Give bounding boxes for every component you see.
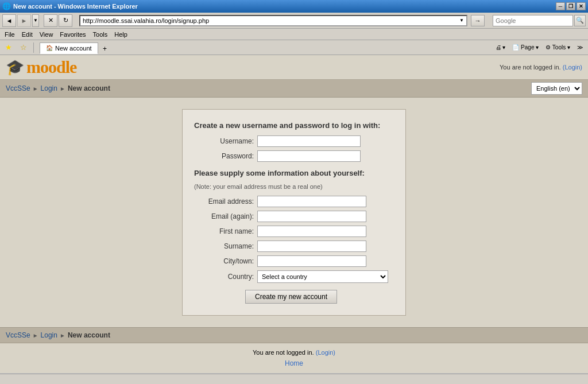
- footer-arrow-1: ►: [33, 332, 38, 339]
- main-content: Create a new username and password to lo…: [0, 98, 588, 327]
- breadcrumb-arrow-1: ►: [33, 86, 38, 92]
- footer-site-link[interactable]: VccSSe: [6, 331, 30, 339]
- navigation-bar: ◄ ► ▼ ✕ ↻ http://moodle.ssai.valahia.ro/…: [0, 13, 588, 29]
- search-input[interactable]: [493, 15, 573, 26]
- menu-help[interactable]: Help: [111, 30, 131, 39]
- menu-file[interactable]: File: [1, 30, 18, 39]
- favorites-star-button[interactable]: ★: [2, 41, 15, 54]
- address-text: http://moodle.ssai.valahia.ro/login/sign…: [83, 17, 209, 24]
- print-button[interactable]: 🖨 ▾: [493, 41, 509, 54]
- breadcrumb-bar: VccSSe ► Login ► New account English (en…: [0, 80, 588, 98]
- section2-title: Please supply some information about you…: [194, 169, 388, 177]
- toolbar-separator: [33, 42, 34, 53]
- logo-text: moodle: [26, 57, 76, 77]
- restore-button[interactable]: ❐: [566, 2, 575, 10]
- username-input[interactable]: [257, 135, 361, 147]
- toolbar-right: 🖨 ▾ 📄 Page ▾ ⚙ Tools ▾ ≫: [493, 41, 586, 54]
- footer-login-action-link[interactable]: (Login): [316, 349, 335, 356]
- add-favorites-button[interactable]: ☆: [17, 41, 30, 54]
- toolbar-bar: ★ ☆ 🏠 New account + 🖨 ▾ 📄 Page ▾ ⚙ Tools…: [0, 40, 588, 55]
- surname-input[interactable]: [257, 241, 366, 252]
- header-login-link[interactable]: (Login): [563, 64, 582, 71]
- forward-button[interactable]: ►: [17, 14, 31, 27]
- password-row: Password:: [194, 150, 388, 162]
- firstname-row: First name:: [194, 226, 388, 237]
- username-row: Username:: [194, 135, 388, 147]
- breadcrumb-left: VccSSe ► Login ► New account: [6, 84, 110, 92]
- favorites-star-icon: ★: [5, 43, 12, 52]
- title-bar: 🌐 New account - Windows Internet Explore…: [0, 0, 588, 13]
- footer-login-link[interactable]: Login: [41, 331, 57, 339]
- page-background: 🎓 moodle You are not logged in. (Login) …: [0, 55, 588, 373]
- address-dropdown-icon[interactable]: ▼: [459, 18, 464, 23]
- menu-bar: File Edit View Favorites Tools Help: [0, 29, 588, 40]
- logo-hat-icon: 🎓: [6, 59, 24, 76]
- email-again-row: Email (again):: [194, 211, 388, 222]
- firstname-input[interactable]: [257, 226, 366, 237]
- menu-favorites[interactable]: Favorites: [56, 30, 89, 39]
- email-input[interactable]: [257, 196, 366, 207]
- header-login-status: You are not logged in. (Login): [500, 64, 582, 71]
- back-button[interactable]: ◄: [2, 14, 16, 27]
- page-button[interactable]: 📄 Page ▾: [509, 41, 541, 54]
- language-select[interactable]: English (en): [531, 82, 582, 95]
- footer-home-link[interactable]: Home: [6, 359, 582, 367]
- add-favorites-icon: ☆: [20, 43, 27, 52]
- password-input[interactable]: [257, 150, 361, 162]
- surname-label: Surname:: [194, 242, 257, 250]
- surname-row: Surname:: [194, 241, 388, 252]
- create-account-button[interactable]: Create my new account: [245, 290, 337, 304]
- minimize-button[interactable]: ─: [556, 2, 565, 10]
- address-bar: http://moodle.ssai.valahia.ro/login/sign…: [79, 15, 467, 26]
- close-button[interactable]: ✕: [577, 2, 586, 10]
- menu-view[interactable]: View: [36, 30, 57, 39]
- moodle-header: 🎓 moodle You are not logged in. (Login): [0, 55, 588, 80]
- breadcrumb-login-link[interactable]: Login: [41, 84, 57, 92]
- new-tab-button[interactable]: +: [99, 44, 111, 54]
- country-label: Country:: [194, 273, 257, 281]
- search-bar: 🔍: [493, 15, 586, 26]
- email-again-label: Email (again):: [194, 212, 257, 220]
- country-select[interactable]: Select a country: [257, 270, 388, 283]
- email-row: Email address:: [194, 196, 388, 207]
- breadcrumb-site-link[interactable]: VccSSe: [6, 84, 30, 92]
- section2-note: (Note: your email address must be a real…: [194, 183, 388, 190]
- refresh-button[interactable]: ↻: [59, 14, 72, 27]
- password-label: Password:: [194, 152, 257, 160]
- username-label: Username:: [194, 137, 257, 145]
- footer-login-section: You are not logged in. (Login) Home: [0, 343, 588, 373]
- footer-breadcrumb: VccSSe ► Login ► New account: [0, 327, 588, 343]
- city-input[interactable]: [257, 255, 366, 267]
- footer-arrow-2: ►: [60, 332, 65, 339]
- tab-favicon-icon: 🏠: [46, 45, 53, 51]
- address-input[interactable]: http://moodle.ssai.valahia.ro/login/sign…: [79, 15, 467, 26]
- footer-current: New account: [68, 331, 110, 339]
- tab-label: New account: [55, 45, 92, 52]
- city-label: City/town:: [194, 257, 257, 265]
- command-button[interactable]: ≫: [574, 41, 586, 54]
- search-button[interactable]: 🔍: [574, 15, 586, 26]
- footer-breadcrumb-left: VccSSe ► Login ► New account: [6, 331, 110, 339]
- footer-login-status: You are not logged in.: [253, 349, 314, 356]
- tab-new-account[interactable]: 🏠 New account: [40, 42, 98, 54]
- stop-button[interactable]: ✕: [44, 14, 57, 27]
- section1-title: Create a new username and password to lo…: [194, 121, 388, 130]
- breadcrumb-current: New account: [68, 84, 110, 92]
- country-row: Country: Select a country: [194, 270, 388, 283]
- nav-dropdown[interactable]: ▼: [32, 14, 39, 27]
- title-bar-text: New account - Windows Internet Explorer: [13, 3, 138, 10]
- title-bar-icon: 🌐: [2, 2, 11, 10]
- city-row: City/town:: [194, 255, 388, 267]
- email-again-input[interactable]: [257, 211, 366, 222]
- menu-edit[interactable]: Edit: [18, 30, 36, 39]
- signup-form-container: Create a new username and password to lo…: [182, 109, 406, 316]
- go-button[interactable]: →: [471, 15, 485, 26]
- email-label: Email address:: [194, 197, 257, 205]
- tools-menu-button[interactable]: ⚙ Tools ▾: [543, 41, 573, 54]
- firstname-label: First name:: [194, 227, 257, 235]
- menu-tools[interactable]: Tools: [90, 30, 111, 39]
- breadcrumb-arrow-2: ►: [60, 86, 65, 92]
- moodle-logo: 🎓 moodle: [6, 57, 76, 77]
- title-bar-buttons: ─ ❐ ✕: [556, 2, 586, 10]
